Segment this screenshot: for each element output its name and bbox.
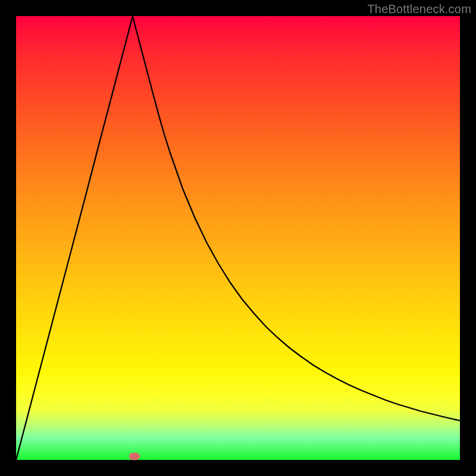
watermark-text: TheBottleneck.com — [367, 2, 471, 16]
chart-background-gradient — [16, 16, 460, 460]
chart-frame — [16, 16, 460, 460]
min-marker — [129, 453, 140, 461]
